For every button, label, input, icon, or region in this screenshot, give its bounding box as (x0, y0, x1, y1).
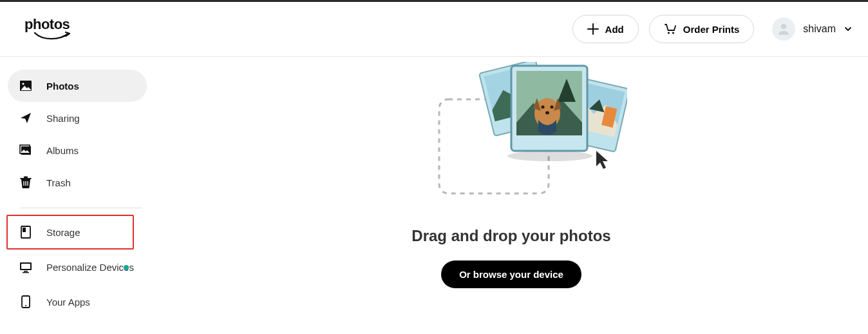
drop-instructions: Drag and drop your photos (411, 227, 610, 245)
phone-icon (19, 295, 32, 308)
trash-icon (19, 176, 32, 189)
order-prints-button[interactable]: Order Prints (649, 15, 755, 43)
main-content: Drag and drop your photos Or browse your… (155, 57, 868, 318)
sidebar-item-photos[interactable]: Photos (8, 70, 147, 102)
logo-text: photos (24, 16, 70, 33)
svg-rect-7 (21, 178, 32, 179)
svg-point-30 (551, 106, 554, 109)
add-button[interactable]: Add (572, 15, 639, 43)
sidebar-item-trash[interactable]: Trash (8, 166, 147, 199)
cart-icon (664, 23, 677, 35)
svg-rect-14 (23, 272, 29, 273)
sidebar-item-label: Trash (46, 177, 71, 188)
sidebar-item-label: Your Apps (46, 297, 90, 308)
svg-point-4 (22, 83, 24, 84)
sidebar-divider (21, 208, 142, 208)
user-menu[interactable]: shivam (772, 17, 853, 41)
svg-point-29 (542, 106, 545, 109)
svg-rect-8 (24, 177, 28, 179)
plus-icon (587, 23, 599, 35)
storage-icon (19, 226, 32, 239)
sidebar-item-label: Photos (46, 81, 79, 92)
drag-drop-illustration (434, 62, 627, 210)
sidebar-item-storage[interactable]: Storage (8, 216, 133, 248)
user-name: shivam (803, 23, 836, 35)
svg-rect-13 (24, 271, 28, 272)
sidebar-item-albums[interactable]: Albums (8, 134, 147, 166)
sidebar-item-personalize[interactable]: Personalize Devices (8, 250, 147, 286)
avatar (772, 17, 795, 41)
browse-device-button[interactable]: Or browse your device (441, 260, 581, 288)
sidebar-item-your-apps[interactable]: Your Apps (8, 286, 147, 318)
svg-point-24 (507, 151, 592, 161)
sidebar-item-label: Storage (46, 227, 80, 238)
svg-point-1 (672, 32, 674, 34)
sidebar: Photos Sharing Albums Trash (0, 57, 155, 318)
add-button-label: Add (605, 24, 624, 35)
sidebar-item-label: Personalize Devices (46, 262, 134, 274)
photo-icon (19, 79, 32, 92)
order-prints-label: Order Prints (683, 24, 740, 35)
person-icon (777, 22, 791, 36)
svg-point-31 (545, 112, 549, 115)
sidebar-item-label: Albums (46, 145, 79, 156)
svg-point-0 (668, 32, 670, 34)
svg-rect-12 (21, 264, 30, 269)
storage-highlight: Storage (6, 215, 134, 250)
sidebar-item-sharing[interactable]: Sharing (8, 102, 147, 134)
app-logo[interactable]: photos (24, 16, 75, 42)
svg-rect-10 (23, 228, 26, 232)
album-icon (19, 144, 32, 157)
chevron-down-icon (844, 25, 853, 34)
sidebar-item-label: Sharing (46, 113, 80, 124)
send-icon (19, 112, 32, 124)
header: photos Add Order Prints shivam (0, 0, 868, 57)
monitor-icon (19, 261, 32, 274)
notification-dot (124, 265, 129, 270)
svg-point-2 (781, 24, 786, 29)
svg-point-16 (25, 305, 26, 306)
smile-icon (33, 32, 75, 42)
